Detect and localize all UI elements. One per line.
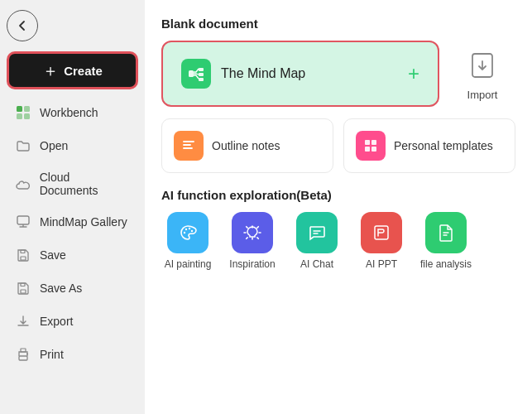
svg-rect-18 bbox=[371, 140, 376, 145]
ai-row: AI painting Inspiration AI Chat bbox=[161, 212, 515, 270]
outline-notes-label: Outline notes bbox=[212, 139, 280, 152]
options-row: Outline notes Personal templates bbox=[161, 118, 515, 173]
mind-map-label: The Mind Map bbox=[221, 66, 305, 81]
sidebar-item-label: Cloud Documents bbox=[40, 171, 130, 197]
sidebar-item-saveas[interactable]: Save As bbox=[7, 273, 138, 303]
svg-rect-1 bbox=[24, 106, 30, 112]
ai-inspiration-label: Inspiration bbox=[229, 258, 275, 270]
sidebar-item-label: Open bbox=[40, 139, 68, 152]
personal-templates-label: Personal templates bbox=[394, 139, 493, 152]
outline-notes-card[interactable]: Outline notes bbox=[161, 118, 333, 173]
blank-doc-title: Blank document bbox=[161, 17, 515, 31]
import-icon bbox=[464, 47, 501, 84]
sidebar-item-label: Workbench bbox=[40, 106, 98, 119]
svg-rect-6 bbox=[21, 250, 25, 253]
mind-map-icon bbox=[181, 59, 211, 89]
workbench-icon bbox=[15, 104, 31, 121]
ai-section-title: AI function exploration(Beta) bbox=[161, 188, 515, 202]
ai-inspiration-icon bbox=[232, 212, 273, 253]
import-label: Import bbox=[467, 89, 498, 101]
svg-point-23 bbox=[189, 228, 190, 229]
svg-rect-4 bbox=[17, 216, 29, 224]
sidebar-item-label: Save As bbox=[40, 282, 82, 295]
back-button[interactable] bbox=[7, 10, 38, 41]
ai-painting-icon bbox=[167, 212, 208, 253]
ai-chat-card[interactable]: AI Chat bbox=[290, 212, 343, 270]
sidebar: ＋ Create Workbench Open Cloud Documents … bbox=[0, 0, 145, 414]
svg-point-11 bbox=[26, 354, 28, 355]
svg-rect-13 bbox=[199, 68, 204, 71]
save-icon bbox=[15, 247, 31, 263]
print-icon bbox=[15, 346, 31, 363]
main-content: Blank document The Mind Map + bbox=[145, 0, 532, 414]
saveas-icon bbox=[15, 280, 31, 296]
ai-file-icon bbox=[425, 212, 467, 253]
svg-rect-9 bbox=[19, 356, 27, 360]
sidebar-item-label: Print bbox=[40, 348, 64, 361]
ai-painting-card[interactable]: AI painting bbox=[161, 212, 214, 270]
sidebar-item-print[interactable]: Print bbox=[7, 339, 138, 369]
sidebar-item-mindmap-gallery[interactable]: MindMap Gallery bbox=[7, 207, 138, 237]
svg-rect-12 bbox=[189, 70, 194, 77]
mind-map-inner: The Mind Map bbox=[181, 59, 305, 89]
ai-chat-icon bbox=[296, 212, 338, 253]
blank-doc-row: The Mind Map + Import bbox=[161, 41, 515, 107]
ai-chat-label: AI Chat bbox=[300, 258, 333, 270]
mind-map-card[interactable]: The Mind Map + bbox=[161, 41, 439, 107]
plus-icon: ＋ bbox=[42, 62, 59, 79]
create-label: Create bbox=[64, 64, 103, 78]
sidebar-item-label: Export bbox=[40, 315, 73, 328]
svg-rect-0 bbox=[17, 106, 22, 112]
sidebar-item-open[interactable]: Open bbox=[7, 131, 138, 161]
svg-point-24 bbox=[191, 230, 193, 232]
svg-rect-17 bbox=[365, 140, 370, 145]
sidebar-item-label: Save bbox=[40, 248, 66, 262]
ai-file-card[interactable]: file analysis bbox=[419, 212, 472, 270]
svg-rect-20 bbox=[371, 147, 376, 152]
cloud-icon bbox=[15, 176, 31, 192]
personal-templates-icon bbox=[356, 131, 386, 161]
svg-rect-19 bbox=[365, 147, 370, 152]
svg-rect-5 bbox=[21, 257, 26, 260]
sidebar-item-cloud[interactable]: Cloud Documents bbox=[7, 164, 138, 204]
export-icon bbox=[15, 313, 31, 330]
svg-point-21 bbox=[184, 232, 185, 233]
svg-rect-14 bbox=[199, 73, 204, 76]
svg-rect-3 bbox=[24, 113, 30, 119]
sidebar-item-save[interactable]: Save bbox=[7, 240, 138, 270]
svg-rect-2 bbox=[17, 113, 22, 119]
ai-inspiration-card[interactable]: Inspiration bbox=[226, 212, 279, 270]
outline-notes-icon bbox=[174, 131, 204, 161]
ai-ppt-icon bbox=[361, 212, 402, 253]
ai-ppt-label: AI PPT bbox=[366, 258, 397, 270]
add-mindmap-icon: + bbox=[408, 62, 419, 85]
svg-rect-7 bbox=[21, 290, 26, 293]
sidebar-item-export[interactable]: Export bbox=[7, 306, 138, 336]
create-button[interactable]: ＋ Create bbox=[7, 51, 138, 89]
personal-templates-card[interactable]: Personal templates bbox=[343, 118, 515, 173]
open-icon bbox=[15, 137, 31, 154]
mindmap-gallery-icon bbox=[15, 214, 31, 230]
sidebar-item-workbench[interactable]: Workbench bbox=[7, 98, 138, 128]
svg-point-22 bbox=[185, 229, 187, 230]
sidebar-item-label: MindMap Gallery bbox=[40, 215, 127, 229]
ai-painting-label: AI painting bbox=[165, 258, 212, 270]
ai-file-label: file analysis bbox=[420, 258, 472, 270]
svg-rect-8 bbox=[21, 283, 25, 286]
import-card[interactable]: Import bbox=[449, 41, 515, 107]
svg-rect-15 bbox=[199, 78, 204, 81]
ai-ppt-card[interactable]: AI PPT bbox=[355, 212, 408, 270]
